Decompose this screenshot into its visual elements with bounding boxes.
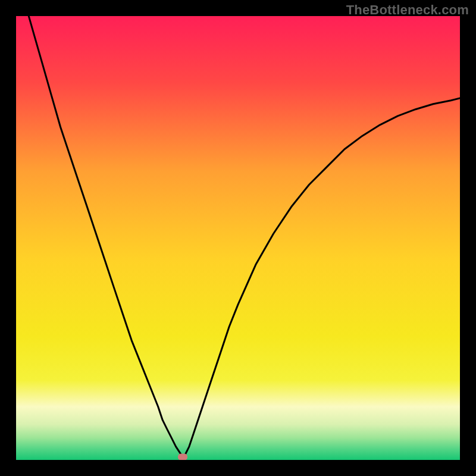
minimum-marker	[178, 453, 187, 460]
chart-frame: TheBottleneck.com	[0, 0, 476, 476]
bottleneck-curve	[16, 16, 460, 460]
plot-area	[16, 16, 460, 460]
watermark-text: TheBottleneck.com	[346, 2, 469, 18]
